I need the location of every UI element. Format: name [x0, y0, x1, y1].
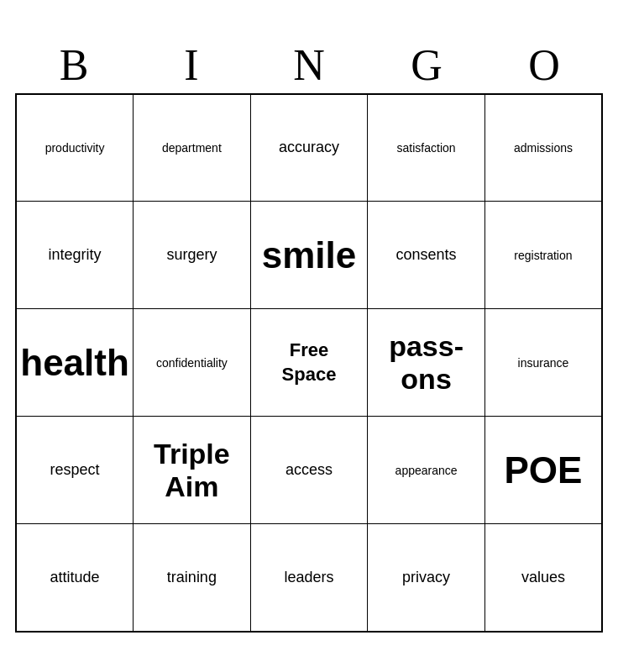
- grid-row: integritysurgerysmileconsentsregistratio…: [16, 202, 602, 309]
- bingo-cell[interactable]: admissions: [484, 94, 602, 202]
- bingo-cell[interactable]: access: [250, 417, 368, 524]
- bingo-card: BINGO productivitydepartmentaccuracysati…: [15, 40, 603, 633]
- bingo-cell[interactable]: insurance: [484, 309, 602, 417]
- header-letter: O: [485, 40, 603, 90]
- bingo-cell[interactable]: confidentiality: [134, 309, 251, 417]
- bingo-cell[interactable]: registration: [484, 202, 602, 309]
- bingo-cell[interactable]: productivity: [16, 94, 134, 202]
- header-letter: B: [15, 40, 133, 90]
- header-letter: G: [368, 40, 485, 90]
- grid-row: attitudetrainingleadersprivacyvalues: [16, 524, 602, 632]
- bingo-cell[interactable]: attitude: [16, 524, 134, 632]
- bingo-cell[interactable]: appearance: [368, 417, 485, 524]
- bingo-header: BINGO: [15, 40, 603, 90]
- bingo-cell[interactable]: training: [134, 524, 251, 632]
- bingo-cell[interactable]: consents: [368, 202, 485, 309]
- bingo-cell[interactable]: privacy: [368, 524, 485, 632]
- bingo-cell[interactable]: pass-ons: [368, 309, 485, 417]
- bingo-cell[interactable]: respect: [16, 417, 134, 524]
- grid-row: productivitydepartmentaccuracysatisfacti…: [16, 94, 602, 202]
- bingo-cell[interactable]: department: [134, 94, 251, 202]
- bingo-cell[interactable]: health: [16, 309, 134, 417]
- bingo-grid: productivitydepartmentaccuracysatisfacti…: [15, 93, 603, 633]
- bingo-cell[interactable]: surgery: [134, 202, 251, 309]
- grid-row: healthconfidentialityFreeSpacepass-onsin…: [16, 309, 602, 417]
- bingo-cell[interactable]: values: [484, 524, 602, 632]
- header-letter: N: [250, 40, 368, 90]
- header-letter: I: [133, 40, 250, 90]
- bingo-cell[interactable]: TripleAim: [134, 417, 251, 524]
- bingo-cell[interactable]: smile: [250, 202, 368, 309]
- bingo-cell[interactable]: FreeSpace: [250, 309, 368, 417]
- grid-row: respectTripleAimaccessappearancePOE: [16, 417, 602, 524]
- bingo-cell[interactable]: leaders: [250, 524, 368, 632]
- bingo-cell[interactable]: POE: [484, 417, 602, 524]
- bingo-cell[interactable]: satisfaction: [368, 94, 485, 202]
- bingo-cell[interactable]: integrity: [16, 202, 134, 309]
- bingo-cell[interactable]: accuracy: [250, 94, 368, 202]
